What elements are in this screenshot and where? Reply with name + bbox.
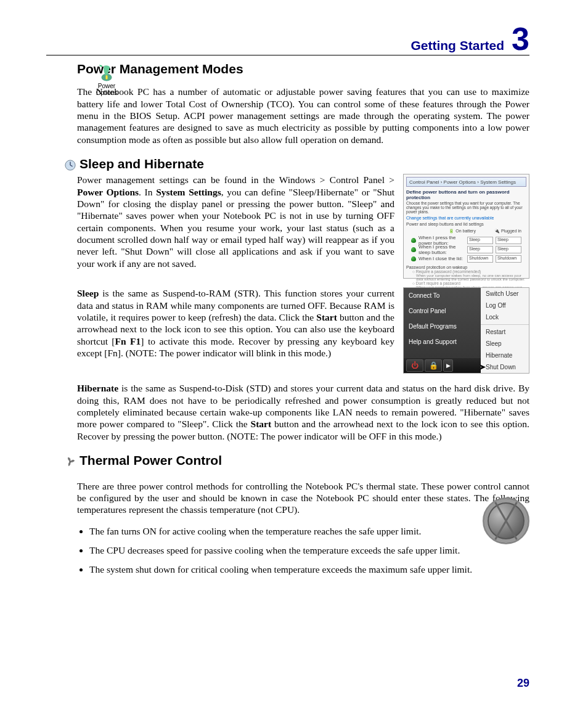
start-menu-right: Switch User Log Off Lock Restart Sleep H… (481, 288, 529, 373)
cursor-icon: ➤ (479, 362, 486, 372)
fan-icon (65, 456, 76, 467)
menu-connect-to: Connect To (404, 288, 481, 303)
menu-hibernate: Hibernate (481, 350, 529, 361)
power-icon: ⏻ (406, 359, 423, 372)
para-sleep-intro: Power management settings can be found i… (77, 174, 394, 279)
para-power-management: The Notebook PC has a number of automati… (77, 86, 529, 145)
start-menu-left: Connect To Control Panel Default Program… (404, 288, 481, 373)
section-sleep-hibernate: Sleep and Hibernate Power management set… (46, 157, 529, 442)
thermal-bullets: The fan turns ON for active cooling when… (89, 525, 529, 576)
menu-switch-user: Switch User (481, 288, 529, 300)
figure-fan (483, 497, 529, 544)
menu-restart: Restart (481, 326, 529, 338)
dialog-breadcrumb: Control Panel › Power Options › System S… (406, 177, 526, 187)
para-thermal: There are three power control methods fo… (77, 480, 529, 516)
menu-control-panel: Control Panel (404, 303, 481, 319)
page: Getting Started 3 Power Options Power Ma… (0, 0, 588, 712)
heading-sleep-hibernate: Sleep and Hibernate (80, 157, 204, 171)
bullet-1: The fan turns ON for active cooling when… (89, 525, 529, 538)
para-sleep: Sleep is the same as Suspend-to-RAM (STR… (77, 287, 394, 374)
header-title: Getting Started (410, 38, 504, 53)
lock-icon: 🔒 (425, 359, 442, 372)
figure-start-menu: Connect To Control Panel Default Program… (403, 287, 529, 374)
chapter-number: 3 (512, 25, 529, 54)
dialog-link: Change settings that are currently unava… (406, 216, 526, 220)
menu-lock: Lock (481, 311, 529, 323)
dialog-subtitle: Choose the power settings that you want … (406, 201, 526, 214)
bullet-2: The CPU decreases speed for passive cool… (89, 544, 529, 557)
bullet-3: The system shut down for critical coolin… (89, 563, 529, 576)
menu-log-off: Log Off (481, 300, 529, 311)
dialog-group-label: Power and sleep buttons and lid settings (406, 222, 526, 226)
dialog-title: Define power buttons and turn on passwor… (406, 189, 526, 200)
power-options-icon (96, 62, 117, 83)
arrow-icon: ▶ (443, 359, 453, 372)
power-options-icon-block: Power Options (96, 62, 118, 96)
menu-default-programs: Default Programs (404, 319, 481, 334)
page-number: 29 (517, 677, 529, 690)
svg-rect-1 (105, 75, 107, 80)
heading-power-management: Power Management Modes (77, 62, 529, 76)
menu-shut-down: Shut Down (481, 361, 529, 373)
page-header: Getting Started 3 (46, 25, 529, 55)
power-options-caption: Power Options (96, 83, 118, 96)
para-hibernate: Hibernate is the same as Suspend-to-Disk… (77, 382, 529, 442)
figure-power-options-dialog: Control Panel › Power Options › System S… (403, 174, 529, 279)
menu-sleep: Sleep (481, 338, 529, 350)
menu-help-support: Help and Support (404, 334, 481, 350)
section-thermal: Thermal Power Control There are three po… (46, 453, 529, 576)
sleep-icon (65, 160, 76, 171)
section-power-management: Power Options Power Management Modes The… (46, 62, 529, 145)
heading-thermal: Thermal Power Control (80, 453, 222, 468)
